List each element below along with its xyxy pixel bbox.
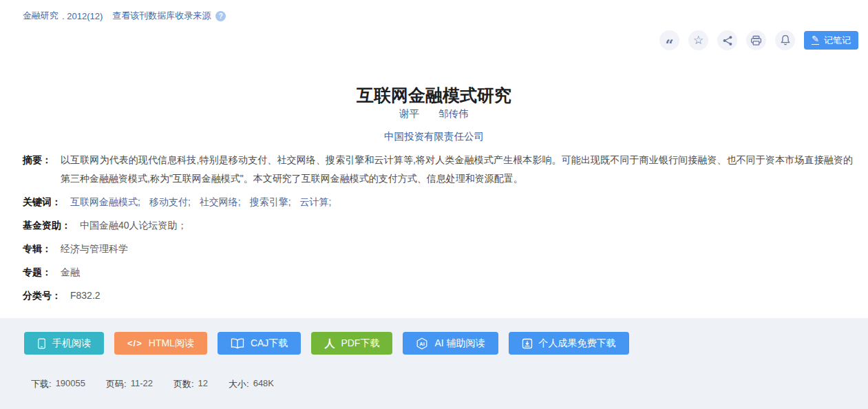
stat-page-count: 页数: 12 xyxy=(173,378,208,390)
pdf-download-button[interactable]: 人 PDF下载 xyxy=(311,332,392,355)
album-value: 经济与管理科学 xyxy=(61,242,128,255)
abstract-label: 摘要： xyxy=(23,151,52,169)
keyword-link[interactable]: 社交网络; xyxy=(200,195,241,209)
take-notes-button[interactable]: ✎ 记笔记 xyxy=(804,31,858,50)
code-icon: </> xyxy=(127,338,142,348)
quote-icon[interactable]: “ xyxy=(659,30,679,50)
fund-label: 基金资助： xyxy=(23,218,71,232)
personal-free-download-button[interactable]: 个人成果免费下载 xyxy=(509,332,629,355)
keyword-link[interactable]: 云计算; xyxy=(300,195,332,209)
author-links: 谢平 邹传伟 xyxy=(0,107,868,120)
stat-downloads: 下载: 190055 xyxy=(31,378,85,390)
stat-page-range: 页码: 11-22 xyxy=(106,378,153,390)
mobile-read-button[interactable]: 手机阅读 xyxy=(24,332,104,355)
phone-icon xyxy=(37,337,46,350)
ai-assist-read-button[interactable]: AI AI 辅助阅读 xyxy=(403,332,498,355)
clc-row: 分类号： F832.2 xyxy=(23,289,853,302)
affiliation-link[interactable]: 中国投资有限责任公司 xyxy=(384,131,484,142)
topic-label: 专题： xyxy=(23,265,52,279)
caj-download-button[interactable]: CAJ下载 xyxy=(218,332,301,355)
share-icon[interactable] xyxy=(717,30,737,50)
print-icon[interactable] xyxy=(746,30,766,50)
pdf-icon: 人 xyxy=(324,338,335,348)
topic-row: 专题： 金融 xyxy=(23,265,853,279)
footer-band: 手机阅读 </> HTML阅读 CAJ下载 人 PDF下载 xyxy=(0,318,868,409)
stat-file-size: 大小: 648K xyxy=(229,378,274,390)
svg-text:AI: AI xyxy=(420,340,425,346)
html-read-button[interactable]: </> HTML阅读 xyxy=(114,332,207,355)
journal-link[interactable]: 金融研究 xyxy=(23,10,59,22)
keyword-link[interactable]: 移动支付; xyxy=(149,195,191,209)
clc-label: 分类号： xyxy=(23,289,61,302)
keyword-link[interactable]: 搜索引擎; xyxy=(250,195,291,209)
affiliation-row: 中国投资有限责任公司 xyxy=(0,130,868,143)
article-meta: 摘要： 以互联网为代表的现代信息科技,特别是移动支付、社交网络、搜索引擎和云计算… xyxy=(23,151,853,312)
help-icon[interactable]: ? xyxy=(215,11,226,21)
keywords-row: 关键词： 互联网金融模式; 移动支付; 社交网络; 搜索引擎; 云计算; xyxy=(23,195,853,209)
author-link[interactable]: 邹传伟 xyxy=(438,107,469,120)
article-detail-page: 金融研究 . 2012(12) 查看该刊数据库收录来源 ? “ ☆ xyxy=(0,0,868,409)
keyword-link[interactable]: 互联网金融模式; xyxy=(70,195,140,209)
keywords-label: 关键词： xyxy=(23,195,61,209)
bell-icon[interactable] xyxy=(775,30,795,50)
journal-issue: . 2012(12) xyxy=(62,11,103,21)
author-link[interactable]: 谢平 xyxy=(399,107,419,120)
download-buttons: 手机阅读 </> HTML阅读 CAJ下载 人 PDF下载 xyxy=(0,318,868,355)
abstract-row: 摘要： 以互联网为代表的现代信息科技,特别是移动支付、社交网络、搜索引擎和云计算… xyxy=(23,151,853,188)
download-box-icon xyxy=(522,338,533,349)
pencil-icon: ✎ xyxy=(812,34,819,45)
album-row: 专辑： 经济与管理科学 xyxy=(23,242,853,255)
star-icon[interactable]: ☆ xyxy=(688,30,708,50)
fund-row: 基金资助： 中国金融40人论坛资助； xyxy=(23,218,853,232)
abstract-text: 以互联网为代表的现代信息科技,特别是移动支付、社交网络、搜索引擎和云计算等,将对… xyxy=(61,151,853,188)
page-title: 互联网金融模式研究 xyxy=(0,84,868,107)
take-notes-label: 记笔记 xyxy=(824,34,851,47)
album-label: 专辑： xyxy=(23,242,52,255)
book-icon xyxy=(231,338,244,349)
fund-value[interactable]: 中国金融40人论坛资助； xyxy=(80,218,187,232)
article-stats: 下载: 190055 页码: 11-22 页数: 12 大小: 648K xyxy=(31,378,868,390)
source-database-link[interactable]: 查看该刊数据库收录来源 xyxy=(112,10,211,22)
ai-hexagon-icon: AI xyxy=(416,337,428,350)
action-toolbar: “ ☆ ✎ 记笔记 xyxy=(659,30,858,50)
topic-value: 金融 xyxy=(61,265,80,279)
clc-value: F832.2 xyxy=(70,289,100,302)
journal-breadcrumb: 金融研究 . 2012(12) 查看该刊数据库收录来源 ? xyxy=(23,10,226,22)
